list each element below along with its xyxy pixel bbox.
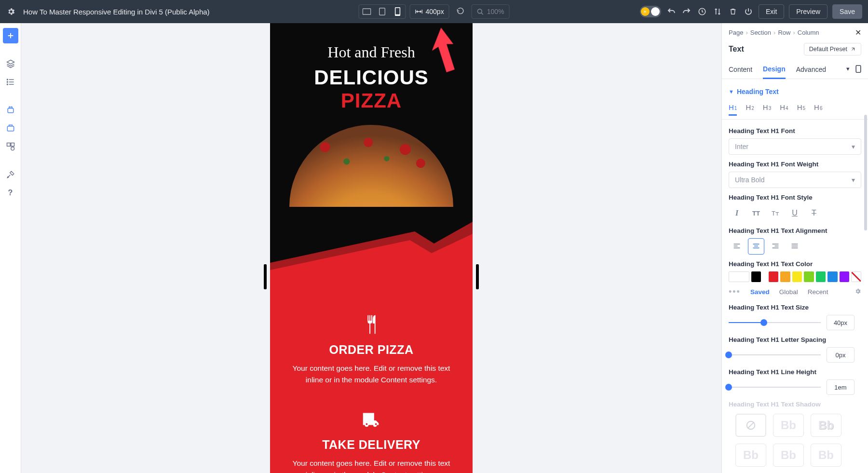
components-icon[interactable] xyxy=(3,139,18,154)
preview-button[interactable]: Preview xyxy=(789,4,827,19)
saved-colors-tab[interactable]: Saved xyxy=(750,288,770,296)
topbar: How To Master Responsive Editing in Divi… xyxy=(0,0,868,23)
size-slider[interactable] xyxy=(729,318,821,327)
swatch-orange[interactable] xyxy=(780,271,790,282)
breadcrumb: Page› Section› Row› Column ✕ xyxy=(722,23,868,40)
viewport-width-value: 400px xyxy=(426,8,444,15)
theme-toggle[interactable]: ☀ xyxy=(640,6,661,17)
ai-tool-1-icon[interactable] xyxy=(3,102,18,118)
undo-icon[interactable] xyxy=(666,6,677,17)
tablet-device-button[interactable] xyxy=(375,5,390,18)
label-style: Heading Text H1 Font Style xyxy=(729,194,861,201)
color-settings-icon[interactable] xyxy=(854,288,861,296)
swatch-white[interactable] xyxy=(729,271,749,282)
spacing-slider[interactable] xyxy=(729,350,821,360)
breadcrumb-row[interactable]: Row xyxy=(778,29,790,36)
swatch-purple[interactable] xyxy=(840,271,849,282)
underline-button[interactable]: U xyxy=(787,205,803,221)
breadcrumb-section[interactable]: Section xyxy=(750,29,771,36)
shadow-style-5-button[interactable]: Bb xyxy=(811,444,841,467)
tab-design[interactable]: Design xyxy=(763,60,786,79)
desktop-device-button[interactable] xyxy=(359,5,375,18)
section-heading-text[interactable]: ▼ Heading Text xyxy=(722,85,868,100)
swatch-red[interactable] xyxy=(769,271,778,282)
svg-rect-10 xyxy=(7,126,14,131)
tab-advanced[interactable]: Advanced xyxy=(796,61,826,78)
shadow-style-3-button[interactable]: Bb xyxy=(735,444,766,467)
size-value[interactable]: 40px xyxy=(827,315,854,330)
align-justify-button[interactable] xyxy=(787,238,803,255)
align-right-button[interactable] xyxy=(767,238,784,255)
global-colors-tab[interactable]: Global xyxy=(779,288,798,296)
italic-button[interactable]: I xyxy=(729,205,745,221)
feature-delivery[interactable]: TAKE DELIVERY Your content goes here. Ed… xyxy=(285,408,458,473)
preset-selector[interactable]: Default Preset xyxy=(804,43,861,55)
smallcaps-button[interactable]: Tᴛ xyxy=(767,205,784,221)
h6-tab[interactable]: H6 xyxy=(814,100,822,115)
breadcrumb-page[interactable]: Page xyxy=(729,29,743,36)
sun-icon: ☀ xyxy=(641,7,650,16)
tab-content[interactable]: Content xyxy=(729,61,752,78)
settings-gear-icon[interactable] xyxy=(6,6,16,17)
zoom-input[interactable]: 100% xyxy=(472,4,510,19)
viewport-width-input[interactable]: 400px xyxy=(410,4,449,19)
trash-icon[interactable] xyxy=(728,6,738,17)
ai-tool-2-icon[interactable] xyxy=(3,121,18,136)
spacing-value[interactable]: 0px xyxy=(827,347,854,363)
shadow-none-button[interactable] xyxy=(735,414,766,437)
resize-handle-right[interactable] xyxy=(476,264,479,289)
settings-list-icon[interactable] xyxy=(3,74,18,90)
redo-icon[interactable] xyxy=(681,6,692,17)
shadow-style-1-button[interactable]: Bb xyxy=(773,414,804,437)
settings-panel: Page› Section› Row› Column ✕ Text Defaul… xyxy=(721,23,868,473)
add-button[interactable] xyxy=(3,28,18,43)
canvas[interactable]: Hot and Fresh DELICIOUS PIZZA ORDER PIZZ… xyxy=(21,23,721,473)
help-icon[interactable]: ? xyxy=(3,185,18,201)
strikethrough-button[interactable]: T xyxy=(806,205,822,221)
swatch-lime[interactable] xyxy=(804,271,814,282)
align-left-button[interactable] xyxy=(729,238,745,255)
save-button[interactable]: Save xyxy=(832,4,862,19)
lineheight-value[interactable]: 1em xyxy=(827,379,854,395)
align-center-button[interactable] xyxy=(748,238,764,255)
svg-rect-1 xyxy=(380,8,385,15)
h1-tab[interactable]: H1 xyxy=(729,100,737,116)
more-colors-icon[interactable]: ••• xyxy=(729,287,741,297)
history-icon[interactable] xyxy=(697,6,707,17)
font-select[interactable]: Inter▾ xyxy=(729,138,861,155)
close-panel-button[interactable]: ✕ xyxy=(855,28,861,37)
hero-title-1[interactable]: DELICIOUS xyxy=(280,66,463,89)
shadow-style-2-button[interactable]: Bb xyxy=(811,414,841,437)
weight-select[interactable]: Ultra Bold▾ xyxy=(729,172,861,188)
chevron-down-icon[interactable]: ▾ xyxy=(846,65,850,74)
responsive-phone-icon[interactable] xyxy=(855,65,861,74)
swatch-none[interactable] xyxy=(851,271,861,282)
mobile-device-button[interactable] xyxy=(390,5,406,18)
h5-tab[interactable]: H5 xyxy=(797,100,805,115)
h3-tab[interactable]: H3 xyxy=(763,100,771,115)
swatch-blue[interactable] xyxy=(827,271,837,282)
swatch-yellow[interactable] xyxy=(792,271,802,282)
recent-colors-tab[interactable]: Recent xyxy=(808,288,828,296)
tools-icon[interactable] xyxy=(3,167,18,182)
h4-tab[interactable]: H4 xyxy=(780,100,788,115)
hero-title-2[interactable]: PIZZA xyxy=(280,89,463,112)
reset-width-button[interactable] xyxy=(453,4,468,19)
swatch-black[interactable] xyxy=(751,271,761,282)
breadcrumb-column[interactable]: Column xyxy=(798,29,819,36)
shadow-style-4-button[interactable]: Bb xyxy=(773,444,804,467)
hero-tagline[interactable]: Hot and Fresh xyxy=(280,43,463,61)
sort-icon[interactable] xyxy=(712,6,723,17)
exit-button[interactable]: Exit xyxy=(759,4,784,19)
power-icon[interactable] xyxy=(743,6,754,17)
feature-order[interactable]: ORDER PIZZA Your content goes here. Edit… xyxy=(285,313,458,386)
layers-icon[interactable] xyxy=(3,56,18,71)
svg-rect-9 xyxy=(8,108,14,113)
swatch-green[interactable] xyxy=(816,271,826,282)
panel-scrollbar[interactable] xyxy=(864,115,867,230)
uppercase-button[interactable]: TT xyxy=(748,205,764,221)
resize-handle-left[interactable] xyxy=(264,264,267,289)
pizza-image[interactable] xyxy=(289,125,453,207)
h2-tab[interactable]: H2 xyxy=(746,100,754,115)
lineheight-slider[interactable] xyxy=(729,382,821,392)
